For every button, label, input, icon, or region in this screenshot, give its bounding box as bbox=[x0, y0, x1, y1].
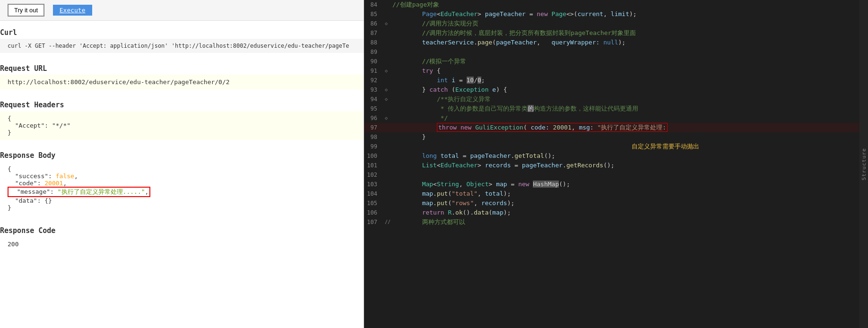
code-line-106: 106 return R.ok().data(map); bbox=[364, 208, 868, 217]
body-line-6: } bbox=[8, 204, 356, 211]
request-url-title: Request URL bbox=[0, 60, 364, 75]
code-editor-panel: 84 //创建page对象 85 Page<EduTeacher> pageTe… bbox=[364, 0, 868, 328]
response-body-content: { "success": false, "code": 20001, "mess… bbox=[0, 162, 364, 215]
code-line-89: 89 bbox=[364, 47, 868, 57]
code-line-86: 86 ◇ //调用方法实现分页 bbox=[364, 19, 868, 28]
body-line-1: { bbox=[8, 165, 356, 173]
code-line-91: 91 ◇ try { bbox=[364, 66, 868, 76]
body-line-5: "data": {} bbox=[8, 197, 356, 204]
code-line-93: 93 ◇ } catch (Exception e) { bbox=[364, 85, 868, 95]
code-line-85: 85 Page<EduTeacher> pageTeacher = new Pa… bbox=[364, 9, 868, 19]
response-code-value: 200 bbox=[0, 237, 364, 251]
request-headers-section: Request Headers { "Accept": "*/*" } bbox=[0, 93, 364, 144]
code-line-94: 94 ◇ /**执行自定义异常 bbox=[364, 95, 868, 104]
body-line-2: "success": false, bbox=[8, 173, 356, 180]
curl-content: curl -X GET --header 'Accept: applicatio… bbox=[0, 39, 364, 53]
body-line-4-highlighted: "message": "执行了自定义异常处理.....", bbox=[8, 187, 356, 197]
response-body-title: Response Body bbox=[0, 147, 364, 162]
try-it-out-bar: Try it out Execute bbox=[0, 0, 364, 21]
code-line-88: 88 teacherService.page(pageTeacher, quer… bbox=[364, 38, 868, 47]
execute-link[interactable]: Execute bbox=[53, 5, 92, 16]
code-line-107: 107 // 两种方式都可以 bbox=[364, 217, 868, 227]
code-line-87: 87 //调用方法的时候，底层封装，把分页所有数据封装到pageTeacher对… bbox=[364, 28, 868, 38]
code-line-92: 92 int i = 10/0; bbox=[364, 76, 868, 85]
code-line-105: 105 map.put("rows", records); bbox=[364, 199, 868, 208]
code-line-98: 98 } bbox=[364, 132, 868, 142]
code-line-101: 101 List<EduTeacher> records = pageTeach… bbox=[364, 161, 868, 170]
request-headers-title: Request Headers bbox=[0, 97, 364, 111]
request-url-content: http://localhost:8002/eduservice/edu-tea… bbox=[0, 75, 364, 89]
header-line-2: "Accept": "*/*" bbox=[8, 122, 356, 129]
response-code-title: Response Code bbox=[0, 223, 364, 237]
code-line-90: 90 //模拟一个异常 bbox=[364, 57, 868, 66]
structure-sidebar: Structure bbox=[859, 0, 868, 328]
request-headers-content: { "Accept": "*/*" } bbox=[0, 111, 364, 140]
header-line-1: { bbox=[8, 115, 356, 122]
code-line-84: 84 //创建page对象 bbox=[364, 0, 868, 9]
swagger-panel: Try it out Execute Curl curl -X GET --he… bbox=[0, 0, 364, 328]
code-line-100: 100 long total = pageTeacher.getTotal(); bbox=[364, 151, 868, 161]
structure-label: Structure bbox=[861, 148, 867, 181]
curl-section: Curl curl -X GET --header 'Accept: appli… bbox=[0, 21, 364, 57]
code-line-96: 96 ◇ */ bbox=[364, 113, 868, 123]
curl-title: Curl bbox=[0, 25, 364, 39]
try-it-out-button[interactable]: Try it out bbox=[8, 4, 44, 17]
code-line-97: 97 throw new GuliException( code: 20001,… bbox=[364, 123, 868, 132]
code-line-95: 95 * 传入的参数是自己写的异常类的构造方法的参数，这样能让代码更通用 bbox=[364, 104, 868, 113]
body-line-3: "code": 20001, bbox=[8, 180, 356, 187]
code-line-104: 104 map.put("total", total); bbox=[364, 189, 868, 199]
code-line-99: 99 自定义异常需要手动抛出 bbox=[364, 142, 868, 151]
code-line-103: 103 Map<String, Object> map = new HashMa… bbox=[364, 180, 868, 189]
response-code-section: Response Code 200 bbox=[0, 219, 364, 255]
response-body-section: Response Body { "success": false, "code"… bbox=[0, 144, 364, 219]
header-line-3: } bbox=[8, 129, 356, 136]
request-url-section: Request URL http://localhost:8002/eduser… bbox=[0, 57, 364, 93]
code-area[interactable]: 84 //创建page对象 85 Page<EduTeacher> pageTe… bbox=[364, 0, 868, 328]
code-line-102: 102 bbox=[364, 170, 868, 180]
